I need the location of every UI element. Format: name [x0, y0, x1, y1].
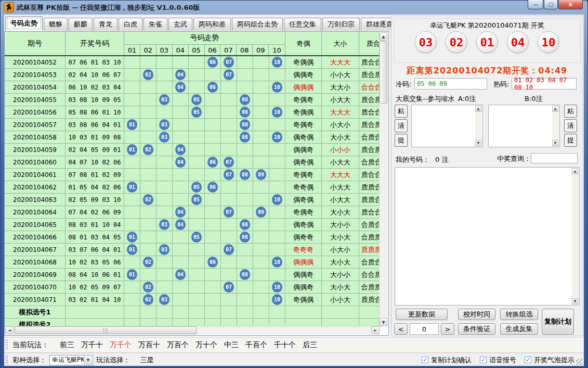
tab-1[interactable]: 号码走势 — [5, 16, 43, 31]
tab-9[interactable]: 两码组合走势 — [232, 18, 283, 31]
paste-a-button[interactable]: 粘 — [395, 105, 408, 118]
play-mode-item[interactable]: 万百十 — [138, 340, 160, 350]
scroll-up-icon[interactable]: ▲ — [380, 32, 387, 41]
trend-cell — [253, 69, 269, 81]
resize-grip[interactable] — [576, 359, 582, 365]
trend-cell: 05 — [189, 194, 205, 206]
tab-7[interactable]: 玄武 — [168, 18, 192, 31]
prime-composite-cell: 质质质 — [359, 244, 380, 256]
odd-even-cell: 偶偶偶 — [285, 256, 322, 268]
clear-b-button[interactable]: 清 — [564, 119, 577, 132]
trend-cell — [237, 69, 253, 81]
trend-cell — [253, 131, 269, 143]
update-data-button[interactable]: 更新数据 — [396, 309, 448, 320]
checkbox[interactable]: ✓ — [480, 357, 487, 363]
set-a-scrollbar[interactable]: ▲ ▼ — [475, 106, 482, 146]
clear-a-button[interactable]: 清 — [395, 119, 408, 132]
ball-column-header: 03 — [156, 45, 173, 55]
convert-group-button[interactable]: 转换组选 — [500, 309, 538, 320]
trend-cell — [189, 119, 205, 131]
scroll-up-icon[interactable]: ▲ — [475, 106, 481, 112]
checkbox[interactable]: ✓ — [422, 357, 428, 363]
minimize-button[interactable]: — — [528, 0, 543, 9]
scroll-down-icon[interactable]: ▼ — [572, 298, 578, 304]
trend-ball: 06 — [207, 82, 218, 93]
vertical-scrollbar[interactable]: ▲ ▼ — [379, 32, 388, 326]
statusbar-grip[interactable] — [6, 356, 8, 364]
my-numbers-scrollbar[interactable]: ▲ ▼ — [572, 168, 579, 304]
table-row: 2020010406302 05 09 03 10020510偶奇偶小大大质质合 — [5, 194, 380, 206]
tab-6[interactable]: 朱雀 — [143, 18, 167, 31]
play-mode-item[interactable]: 前三 — [60, 340, 74, 350]
tab-2[interactable]: 貔貅 — [44, 18, 68, 31]
checkbox[interactable]: ✓ — [525, 357, 531, 363]
trend-cell — [124, 106, 140, 118]
play-mode-item[interactable]: 万千十 — [81, 340, 103, 350]
simulated-pick-row[interactable]: 模拟选号1 — [5, 306, 380, 319]
check-time-button[interactable]: 校对时间 — [458, 309, 495, 320]
trend-cell — [237, 206, 253, 218]
trend-cell: 06 — [205, 81, 221, 93]
extract-b-button[interactable]: 提 — [564, 134, 577, 147]
vertical-scroll-thumb[interactable] — [380, 41, 387, 104]
play-mode-item[interactable]: 万百个 — [167, 340, 189, 350]
big-small-cell: 大大大 — [322, 106, 359, 118]
lottery-select-combobox[interactable]: 幸运飞艇PK ▼ — [49, 355, 93, 365]
play-mode-item[interactable]: 中三 — [224, 340, 239, 350]
app-icon — [4, 3, 14, 12]
cold-code-box[interactable]: 05 06 09 — [414, 78, 487, 90]
play-mode-bar-label: 当前玩法： — [12, 340, 49, 350]
period-cell: 20200104061 — [5, 169, 66, 181]
set-a-textarea[interactable]: ▲ ▼ — [411, 105, 483, 147]
hot-code-box[interactable]: 01 02 03 04 07 08 10 — [512, 78, 577, 90]
trend-cell — [173, 194, 189, 206]
paste-b-button[interactable]: 粘 — [564, 105, 577, 118]
play-mode-item[interactable]: 万十个 — [195, 340, 217, 350]
trend-cell — [253, 181, 269, 193]
trend-cell: 05 — [189, 231, 205, 243]
set-b-scrollbar[interactable]: ▲ ▼ — [552, 106, 559, 146]
trend-cell — [140, 219, 156, 231]
scroll-down-icon[interactable]: ▼ — [552, 140, 558, 146]
scroll-up-icon[interactable]: ▲ — [552, 106, 558, 112]
tab-3[interactable]: 麒麟 — [69, 18, 93, 31]
toolbar-grip[interactable] — [6, 340, 8, 350]
trend-cell — [253, 269, 269, 281]
page-spinner[interactable]: 0 — [410, 323, 439, 335]
set-b-textarea[interactable]: ▲ ▼ — [488, 105, 560, 147]
condition-verify-button[interactable]: 条件验证 — [458, 323, 495, 335]
play-mode-item[interactable]: 千百个 — [245, 340, 267, 350]
horizontal-scrollbar[interactable]: ◄ ||| ► — [5, 326, 380, 335]
my-numbers-textarea[interactable]: ▲ ▼ — [395, 167, 580, 306]
extract-a-button[interactable]: 提 — [395, 134, 408, 147]
tab-4[interactable]: 青龙 — [94, 18, 117, 31]
scroll-up-icon[interactable]: ▲ — [572, 168, 578, 174]
title-bar[interactable]: 武林至尊 PK拾版 -- 任我笑傲江湖，独步彩坛 V1.0.0.60版 — ▢ … — [0, 0, 588, 15]
horizontal-scroll-thumb[interactable]: ||| — [15, 326, 197, 334]
close-button[interactable]: ✕ — [558, 0, 583, 9]
scroll-right-icon[interactable]: ► — [371, 326, 380, 334]
period-cell: 20200104060 — [5, 156, 66, 168]
draw-numbers-cell: 05 08 06 01 10 — [66, 106, 124, 118]
copy-plan-button[interactable]: 复制计划 — [542, 309, 574, 335]
odd-even-cell: 奇偶偶 — [285, 106, 322, 118]
tab-11[interactable]: 万剑归宗 — [322, 18, 360, 31]
tab-8[interactable]: 两码和差 — [193, 18, 231, 31]
scroll-down-icon[interactable]: ▼ — [380, 318, 387, 326]
trend-ball: 04 — [175, 207, 186, 218]
play-mode-item[interactable]: 千十个 — [274, 340, 296, 350]
scroll-down-icon[interactable]: ▼ — [475, 140, 481, 146]
dropdown-arrow-icon[interactable]: ▼ — [84, 356, 92, 364]
trend-cell — [221, 81, 237, 93]
play-mode-item[interactable]: 后三 — [303, 340, 317, 350]
tab-5[interactable]: 白虎 — [119, 18, 142, 31]
next-button[interactable]: > — [441, 323, 454, 335]
prev-button[interactable]: < — [394, 323, 408, 335]
win-query-input[interactable] — [531, 153, 578, 163]
inverse-set-button[interactable]: 生成反集 — [500, 323, 538, 335]
maximize-button[interactable]: ▢ — [544, 0, 558, 9]
scroll-left-icon[interactable]: ◄ — [5, 326, 14, 334]
tab-10[interactable]: 任意交集 — [284, 18, 321, 31]
trend-cell — [269, 244, 285, 256]
play-mode-active[interactable]: 万千个 — [110, 340, 132, 350]
